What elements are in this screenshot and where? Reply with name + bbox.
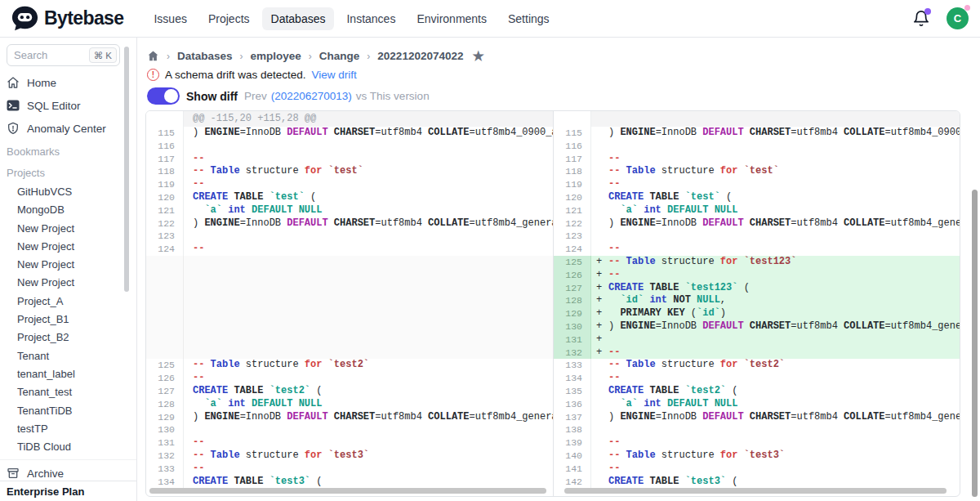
line-number: 115 [554,127,591,140]
terminal-icon [7,99,20,112]
line-content: -- [591,436,960,450]
breadcrumb-item[interactable]: Change [319,50,360,62]
line-number: 129 [146,411,184,424]
sidebar-item-home[interactable]: Home [0,71,136,94]
view-drift-link[interactable]: View drift [312,69,357,81]
diff-line: 137) ENGINE=InnoDB DEFAULT CHARSET=utf8m… [554,411,960,424]
line-number [146,282,184,295]
nav-item-issues[interactable]: Issues [145,7,195,30]
favorite-star-icon[interactable]: ★ [472,48,483,64]
sidebar-project-item[interactable]: New Project [0,255,136,273]
nav-item-databases[interactable]: Databases [262,7,335,30]
horizontal-scrollbar[interactable] [564,488,947,494]
show-diff-label: Show diff [186,90,238,103]
line-content: ) ENGINE=InnoDB DEFAULT CHARSET=utf8mb4 … [184,217,553,230]
sidebar-item-label: SQL Editor [27,100,81,112]
sidebar-project-item[interactable]: testTP [0,419,136,437]
line-content: + `id` int NOT NULL, [591,294,960,307]
nav-item-instances[interactable]: Instances [337,7,404,30]
line-number: 129 [554,307,591,320]
prev-version-link[interactable]: (202206270013) [271,90,352,102]
line-number: 128 [146,398,184,411]
navbar-menu: IssuesProjectsDatabasesInstancesEnvironm… [145,7,558,30]
diff-line: 119-- [554,178,960,191]
sidebar-item-anomaly-center[interactable]: Anomaly Center [0,117,136,140]
sidebar-project-item[interactable]: tenant_label [0,365,136,382]
diff-line: 139-- [554,436,960,450]
breadcrumb-home-icon[interactable] [147,50,159,62]
nav-item-environments[interactable]: Environments [408,7,496,30]
archive-icon [7,467,20,480]
diff-line: 133-- Table structure for `test2` [554,359,960,372]
diff-added-line: 128+ `id` int NOT NULL, [554,294,960,307]
sidebar-scrollbar[interactable] [124,47,129,292]
breadcrumb-item[interactable]: 20221202074022 [377,50,463,62]
breadcrumb-item[interactable]: Databases [177,50,233,62]
diff-rows-left: @@ -115,20 +115,28 @@115) ENGINE=InnoDB … [146,111,553,488]
sidebar-project-item[interactable]: GitHubVCS [0,182,136,200]
page-scrollbar[interactable] [972,190,978,497]
diff-line: 134-- [554,372,960,385]
sidebar-project-item[interactable]: Project_B2 [0,328,136,346]
breadcrumb-separator: › [309,51,312,62]
search-input[interactable] [14,49,79,61]
line-number: 135 [554,385,591,398]
line-content: -- Table structure for `test3` [184,450,553,463]
line-content: -- [591,463,960,476]
schema-drift-banner: ! A schema drift was detected. View drif… [147,69,357,81]
sidebar-project-item[interactable]: New Project [0,273,136,291]
notifications-button[interactable] [912,10,930,28]
line-content: `a` int DEFAULT NULL [591,398,960,411]
diff-added-line: 127+CREATE TABLE `test123` ( [554,282,960,295]
brand[interactable]: Bytebase [11,5,123,32]
sidebar-project-item[interactable]: New Project [0,219,136,237]
breadcrumb-item[interactable]: employee [251,50,301,62]
line-content [591,230,960,243]
added-line-marker: + [596,282,602,295]
line-number: 136 [554,398,591,411]
sidebar-item-sql-editor[interactable]: SQL Editor [0,94,136,117]
added-line-marker: + [596,347,602,360]
diff-line: 120CREATE TABLE `test` ( [146,191,553,204]
horizontal-scrollbar[interactable] [149,488,546,494]
sidebar-project-item[interactable]: Project_A [0,292,136,310]
line-number: 142 [554,476,591,489]
diff-added-line: 131+ [554,333,960,347]
diff-line: 140-- Table structure for `test3` [554,450,960,463]
sidebar-project-item[interactable]: TenantTiDB [0,401,136,419]
sidebar-project-item[interactable]: Project_B1 [0,310,136,328]
nav-item-projects[interactable]: Projects [199,7,259,30]
sidebar-project-item[interactable]: Tenant_test [0,382,136,400]
show-diff-toggle[interactable] [147,87,180,105]
avatar[interactable]: C [947,7,969,29]
sidebar-project-item[interactable]: MongoDB [0,200,136,218]
diff-line: 115) ENGINE=InnoDB DEFAULT CHARSET=utf8m… [554,127,960,140]
search-shortcut-badge: ⌘ K [89,47,117,63]
diff-line: 138 [554,423,960,436]
sidebar-project-item[interactable]: TiDB Cloud [0,437,136,455]
line-number: 127 [554,282,591,295]
line-number: 130 [146,423,184,436]
diff-filler-line [146,294,553,307]
diff-line: 136 `a` int DEFAULT NULL [554,398,960,411]
line-number [146,320,184,333]
line-content: ) ENGINE=InnoDB DEFAULT CHARSET=utf8mb4 … [591,217,960,230]
added-line-marker: + [596,333,602,347]
diff-added-line: 130+) ENGINE=InnoDB DEFAULT CHARSET=utf8… [554,320,960,333]
added-line-marker: + [596,294,602,307]
line-number: 121 [554,204,591,217]
line-content: -- Table structure for `test3` [591,450,960,463]
nav-item-settings[interactable]: Settings [499,7,559,30]
search-box[interactable]: ⌘ K [7,44,120,66]
line-number: 133 [554,359,591,372]
diff-line: 117-- [146,153,553,166]
diff-line: 115) ENGINE=InnoDB DEFAULT CHARSET=utf8m… [146,127,553,140]
sidebar-project-item[interactable]: Tenant [0,347,136,365]
line-content [184,230,553,243]
line-content: -- [184,372,553,385]
diff-pane-current: 115) ENGINE=InnoDB DEFAULT CHARSET=utf8m… [554,111,960,496]
line-content: -- [184,243,553,256]
top-navbar: Bytebase IssuesProjectsDatabasesInstance… [0,0,980,38]
sidebar-project-item[interactable]: New Project [0,237,136,255]
diff-line: 120CREATE TABLE `test` ( [554,191,960,204]
